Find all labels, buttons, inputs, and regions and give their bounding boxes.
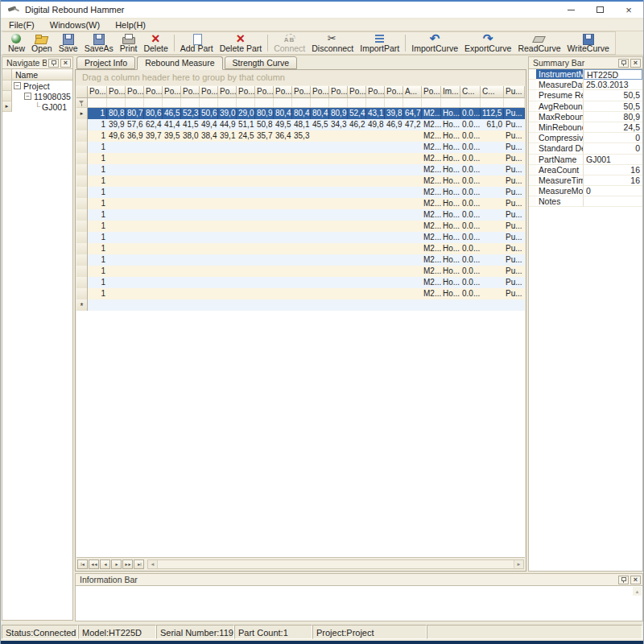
grid-cell[interactable]: 0.0...: [460, 243, 481, 254]
grid-cell[interactable]: [481, 232, 504, 243]
grid-cell[interactable]: Ho...: [441, 266, 460, 277]
grid-cell[interactable]: [200, 142, 218, 153]
grid-cell[interactable]: Ho...: [441, 108, 460, 119]
grid-cell[interactable]: [181, 175, 200, 187]
grid-cell[interactable]: [200, 175, 218, 187]
grid-cell[interactable]: Pu...: [504, 288, 525, 299]
filter-cell[interactable]: [274, 98, 292, 108]
grid-cell[interactable]: [218, 142, 237, 153]
grid-cell[interactable]: 0.0...: [460, 209, 481, 221]
grid-cell[interactable]: [255, 209, 274, 221]
filter-cell[interactable]: [163, 98, 181, 108]
grid-cell[interactable]: [107, 175, 126, 187]
grid-cell[interactable]: 48,1: [292, 119, 311, 130]
grid-cell[interactable]: Ho...: [441, 119, 460, 130]
grid-cell[interactable]: [366, 198, 385, 209]
grid-cell[interactable]: [218, 266, 237, 277]
grid-cell[interactable]: 80,9: [329, 108, 348, 119]
grid-cell[interactable]: [329, 175, 348, 187]
column-header[interactable]: C...: [481, 86, 504, 98]
grid-cell[interactable]: [329, 130, 348, 142]
grid-cell[interactable]: [237, 299, 255, 311]
grid-cell[interactable]: [126, 266, 144, 277]
grid-cell[interactable]: [126, 142, 144, 153]
column-header[interactable]: Po...: [163, 86, 181, 98]
scroll-left-icon[interactable]: ◄: [148, 560, 158, 568]
grid-cell[interactable]: 80,7: [126, 108, 144, 119]
grid-cell[interactable]: Pu...: [504, 277, 525, 288]
grid-cell[interactable]: [348, 209, 366, 221]
grid-cell[interactable]: 1: [88, 243, 107, 254]
grid-cell[interactable]: [237, 209, 255, 221]
grid-cell[interactable]: [385, 232, 403, 243]
grid-cell[interactable]: [163, 153, 181, 164]
grid-cell[interactable]: [274, 175, 292, 187]
grid-cell[interactable]: [163, 288, 181, 299]
summary-pin-button[interactable]: [618, 59, 629, 68]
grid-cell[interactable]: [126, 209, 144, 221]
grid-cell[interactable]: [255, 299, 274, 311]
grid-cell[interactable]: [107, 187, 126, 198]
grid-cell[interactable]: 64,7: [403, 108, 422, 119]
grid-cell[interactable]: [348, 175, 366, 187]
grid-cell[interactable]: [144, 277, 163, 288]
tree-node-project[interactable]: −Project: [12, 80, 72, 91]
grid-cell[interactable]: [366, 243, 385, 254]
grid-cell[interactable]: [237, 266, 255, 277]
grid-cell[interactable]: [348, 288, 366, 299]
grid-cell[interactable]: 39,5: [163, 130, 181, 142]
pager-last-button[interactable]: ►I: [134, 559, 144, 569]
grid-cell[interactable]: [181, 232, 200, 243]
grid-cell[interactable]: [181, 243, 200, 254]
grid-cell[interactable]: [311, 153, 329, 164]
grid-cell[interactable]: [144, 266, 163, 277]
grid-cell[interactable]: 50,6: [200, 108, 218, 119]
column-header[interactable]: Po...: [329, 86, 348, 98]
column-header[interactable]: Po...: [181, 86, 200, 98]
grid-cell[interactable]: [311, 288, 329, 299]
filter-cell[interactable]: [88, 98, 107, 108]
grid-cell[interactable]: [348, 221, 366, 232]
grid-cell[interactable]: 1: [88, 277, 107, 288]
filter-cell[interactable]: [441, 98, 460, 108]
grid-cell[interactable]: [366, 277, 385, 288]
grid-cell[interactable]: [107, 277, 126, 288]
toolbar-button-delete[interactable]: Delete: [140, 32, 171, 54]
grid-cell[interactable]: [403, 198, 422, 209]
grid-cell[interactable]: [481, 153, 504, 164]
grid-cell[interactable]: [385, 288, 403, 299]
grid-cell[interactable]: [403, 130, 422, 142]
grid-cell[interactable]: Ho...: [441, 198, 460, 209]
grid-cell[interactable]: [403, 187, 422, 198]
grid-cell[interactable]: [366, 153, 385, 164]
summary-field-value[interactable]: 16: [584, 165, 642, 175]
grid-cell[interactable]: [348, 198, 366, 209]
grid-cell[interactable]: [163, 243, 181, 254]
grid-cell[interactable]: 112,5: [481, 108, 504, 119]
grid-cell[interactable]: [107, 299, 126, 311]
grid-cell[interactable]: 80,4: [311, 108, 329, 119]
grid-cell[interactable]: Ho...: [441, 288, 460, 299]
grid-cell[interactable]: [126, 221, 144, 232]
summary-field-name[interactable]: Notes: [536, 196, 584, 207]
grid-cell[interactable]: M2...: [422, 243, 441, 254]
grid-cell[interactable]: [403, 221, 422, 232]
grid-cell[interactable]: 38,4: [200, 130, 218, 142]
grid-cell[interactable]: 0.0...: [460, 187, 481, 198]
grid-cell[interactable]: [481, 254, 504, 266]
filter-cell[interactable]: [348, 98, 366, 108]
grid-cell[interactable]: [348, 266, 366, 277]
grid-cell[interactable]: [218, 232, 237, 243]
grid-cell[interactable]: [218, 209, 237, 221]
grid-cell[interactable]: Pu...: [504, 119, 525, 130]
grid-cell[interactable]: 49,5: [274, 119, 292, 130]
grid-cell[interactable]: [481, 130, 504, 142]
column-header[interactable]: Pu...: [504, 86, 525, 98]
grid-cell[interactable]: [329, 209, 348, 221]
column-header[interactable]: Po...: [237, 86, 255, 98]
grid-cell[interactable]: [107, 221, 126, 232]
grid-cell[interactable]: Ho...: [441, 187, 460, 198]
grid-cell[interactable]: 1: [88, 164, 107, 175]
grid-cell[interactable]: [181, 254, 200, 266]
grid-cell[interactable]: [481, 198, 504, 209]
